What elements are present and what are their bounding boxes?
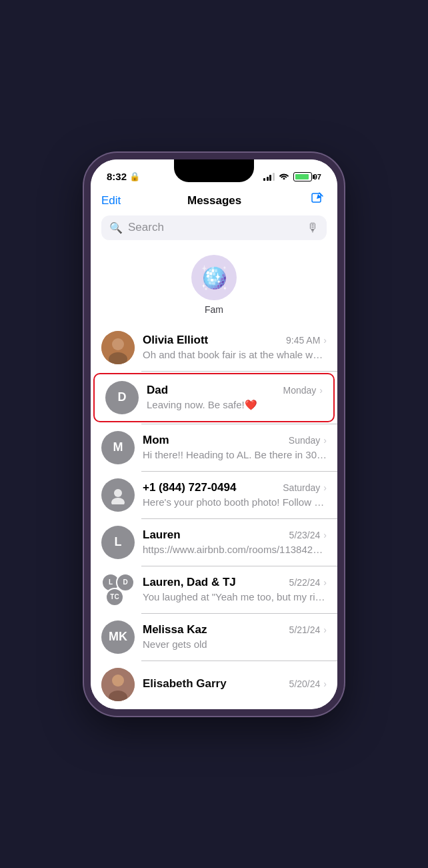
svg-point-7 [112, 675, 124, 687]
chevron-icon: › [323, 335, 327, 346]
message-preview: You laughed at "Yeah me too, but my rice… [143, 590, 327, 604]
chevron-icon: › [323, 482, 327, 493]
message-content: Dad Monday › Leaving now. Be safe!❤️ [147, 384, 323, 412]
message-time: 5/23/24 › [289, 530, 327, 540]
message-preview: Never gets old [143, 638, 327, 651]
chevron-icon: › [323, 577, 327, 588]
list-item[interactable]: D Dad Monday › Leaving now. Be safe!❤️ [93, 373, 335, 422]
battery-indicator: 97 [293, 172, 321, 181]
chevron-icon: › [323, 530, 327, 540]
message-time: 5/21/24 › [289, 624, 327, 635]
message-top: Olivia Elliott 9:45 AM › [143, 334, 327, 347]
list-item[interactable]: L Lauren 5/23/24 › https://www.airbnb.co… [91, 519, 337, 566]
signal-bar-4 [273, 173, 275, 181]
list-item[interactable]: M Mom Sunday › Hi there!! Heading to AL.… [91, 424, 337, 471]
message-sender: Mom [143, 434, 169, 447]
status-time: 8:32 🔒 [107, 171, 140, 182]
svg-point-5 [111, 498, 125, 504]
chevron-icon: › [323, 679, 327, 689]
message-preview: Leaving now. Be safe!❤️ [147, 398, 323, 412]
wifi-icon [279, 171, 289, 181]
list-item[interactable]: Olivia Elliott 9:45 AM › Oh and that boo… [91, 324, 337, 371]
chevron-icon: › [323, 624, 327, 635]
nav-header: Edit Messages [91, 189, 337, 215]
list-item[interactable]: Elisabeth Garry 5/20/24 › [91, 661, 337, 708]
avatar: MK [101, 620, 135, 654]
compose-button[interactable] [308, 191, 327, 210]
message-top: Melissa Kaz 5/21/24 › [143, 623, 327, 636]
message-time: 9:45 AM › [286, 335, 327, 346]
message-time: 5/22/24 › [289, 577, 327, 588]
phone-frame: 8:32 🔒 [84, 153, 344, 716]
notch [174, 159, 254, 182]
svg-point-4 [114, 489, 122, 497]
message-content: +1 (844) 727-0494 Saturday › Here's your… [143, 481, 327, 509]
chevron-icon: › [323, 435, 327, 446]
time-display: 8:32 [107, 171, 127, 182]
message-content: Elisabeth Garry 5/20/24 › [143, 677, 327, 692]
signal-bar-2 [267, 177, 269, 181]
list-item[interactable]: L D TC Lauren, Dad & TJ 5/22/24 › You la… [91, 566, 337, 613]
sub-avatar-tc: TC [105, 588, 124, 606]
search-icon: 🔍 [109, 222, 123, 234]
message-preview: Here's your photo booth photo! Follow us… [143, 496, 327, 509]
chevron-icon: › [319, 385, 323, 396]
message-content: Mom Sunday › Hi there!! Heading to AL. B… [143, 434, 327, 462]
phone-screen: 8:32 🔒 [91, 159, 337, 709]
message-sender: Olivia Elliott [143, 334, 208, 347]
message-top: Lauren 5/23/24 › [143, 528, 327, 542]
message-sender: Lauren [143, 528, 181, 542]
signal-bar-1 [263, 178, 265, 181]
message-preview: Hi there!! Heading to AL. Be there in 30… [143, 448, 327, 462]
search-bar[interactable]: 🔍 Search 🎙 [101, 215, 327, 240]
group-name: Fam [205, 304, 223, 315]
avatar: L D TC [101, 573, 135, 606]
message-sender: Melissa Kaz [143, 623, 207, 636]
avatar [101, 668, 135, 701]
status-icons: 97 [263, 171, 321, 181]
list-item[interactable]: +1 (844) 727-0494 Saturday › Here's your… [91, 472, 337, 518]
message-top: Lauren, Dad & TJ 5/22/24 › [143, 576, 327, 589]
avatar: L [101, 526, 135, 559]
svg-point-2 [112, 338, 124, 350]
list-item[interactable]: MK Melissa Kaz 5/21/24 › Never gets old [91, 614, 337, 661]
message-top: Dad Monday › [147, 384, 323, 397]
message-time: Saturday › [283, 482, 327, 493]
message-content: Lauren 5/23/24 › https://www.airbnb.com/… [143, 528, 327, 556]
message-sender: Dad [147, 384, 168, 397]
compose-icon [310, 191, 325, 209]
message-sender: Elisabeth Garry [143, 677, 227, 691]
search-input[interactable]: Search [128, 221, 301, 234]
microphone-icon[interactable]: 🎙 [307, 221, 319, 235]
lock-status-icon: 🔒 [129, 171, 140, 181]
message-content: Melissa Kaz 5/21/24 › Never gets old [143, 623, 327, 651]
message-top: +1 (844) 727-0494 Saturday › [143, 481, 327, 494]
battery-fill [295, 174, 309, 179]
message-preview: Oh and that book fair is at the whale wh… [143, 348, 327, 362]
group-section: 🪩 Fam [91, 248, 337, 324]
message-top: Mom Sunday › [143, 434, 327, 447]
avatar: D [105, 381, 139, 414]
message-time: Sunday › [289, 435, 327, 446]
signal-icon [263, 173, 275, 181]
message-top: Elisabeth Garry 5/20/24 › [143, 677, 327, 691]
avatar [101, 331, 135, 364]
message-time: Monday › [283, 385, 323, 396]
edit-button[interactable]: Edit [101, 194, 121, 207]
message-content: Olivia Elliott 9:45 AM › Oh and that boo… [143, 334, 327, 362]
battery-icon [293, 172, 312, 181]
message-preview: https://www.airbnb.com/rooms/11384292533… [143, 543, 327, 556]
group-avatar[interactable]: 🪩 [191, 255, 237, 300]
avatar [101, 478, 135, 512]
group-emoji: 🪩 [200, 264, 228, 291]
divider [141, 371, 337, 372]
message-time: 5/20/24 › [289, 679, 327, 689]
page-title: Messages [187, 194, 241, 207]
message-list: Olivia Elliott 9:45 AM › Oh and that boo… [91, 324, 337, 709]
message-sender: +1 (844) 727-0494 [143, 481, 236, 494]
avatar: M [101, 431, 135, 464]
message-content: Lauren, Dad & TJ 5/22/24 › You laughed a… [143, 576, 327, 604]
signal-bar-3 [269, 175, 271, 181]
message-sender: Lauren, Dad & TJ [143, 576, 236, 589]
